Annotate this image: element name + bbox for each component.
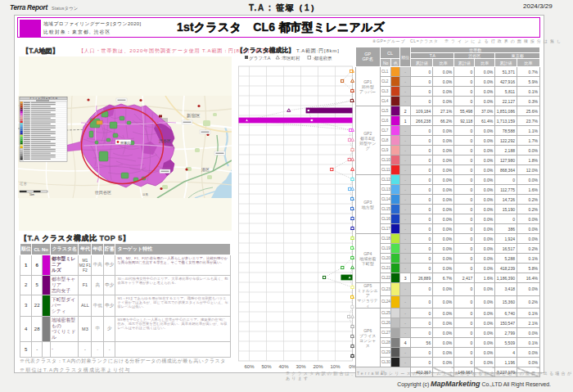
svg-text:グラフ:T.A: グラフ:T.A [249,56,271,61]
svg-text:5km: 5km [29,192,34,196]
svg-text:世田谷区: 世田谷区 [94,190,111,195]
svg-text:目黒: 目黒 [142,193,149,196]
svg-text::市区町村: :市区町村 [281,56,300,61]
svg-text:港区: 港区 [201,167,210,173]
svg-text:江古: 江古 [20,182,28,186]
svg-text:50%: 50% [261,364,272,369]
svg-text:20%: 20% [313,364,323,369]
svg-text:60%: 60% [244,364,255,369]
svg-text:30%: 30% [296,364,306,369]
svg-text:新宿区: 新宿区 [187,113,201,119]
svg-text:渋谷区: 渋谷区 [159,138,171,144]
svg-text:クラスタ(30分類)凡例: クラスタ(30分類)凡例 [29,97,57,100]
svg-text:10%: 10% [330,364,341,369]
svg-text:笹塚(1): 笹塚(1) [120,140,132,144]
svg-text::都道府県: :都道府県 [313,56,332,61]
svg-text:40%: 40% [278,364,289,369]
